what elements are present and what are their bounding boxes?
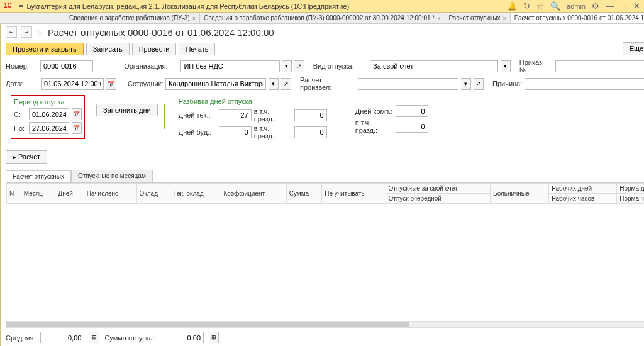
print-button[interactable]: Печать (179, 43, 215, 55)
post-button[interactable]: Провести (132, 43, 177, 55)
sub-tab-monthly[interactable]: Отпускные по месяцам (71, 170, 153, 182)
org-label: Организация: (124, 62, 178, 70)
col-workhours[interactable]: Рабочих часов (549, 194, 617, 204)
forward-button[interactable]: → (21, 26, 32, 38)
hol2-input[interactable] (294, 126, 327, 138)
col-workdays[interactable]: Рабочих дней (549, 184, 617, 194)
open-icon[interactable]: ↗ (294, 60, 304, 72)
maximize-icon[interactable]: ◻ (620, 1, 627, 11)
tab-1[interactable]: Сведения о заработке работников (ПУ-3) 0… (200, 13, 445, 23)
col-normhours[interactable]: Норма часов (617, 194, 644, 204)
dropdown-icon[interactable]: ▾ (269, 78, 279, 90)
post-close-button[interactable]: Провести и закрыть (6, 43, 84, 55)
org-input[interactable] (180, 60, 279, 72)
type-input[interactable] (370, 60, 498, 72)
order-input[interactable] (555, 60, 644, 72)
open-icon[interactable]: ↗ (281, 78, 291, 90)
tab-3[interactable]: Расчет отпускных 0000-0016 от 01.06.2024… (511, 13, 644, 23)
period-title: Период отпуска (14, 98, 82, 106)
app-header: 1C ≡ Бухгалтерия для Беларуси, редакция … (0, 0, 644, 13)
avg-label: Средняя: (6, 334, 35, 342)
breakdown-title: Разбивка дней отпуска (179, 98, 327, 105)
emp-label: Сотрудник: (128, 80, 163, 87)
hol3-input[interactable] (396, 121, 428, 133)
work-input[interactable] (219, 126, 252, 138)
from-input[interactable] (29, 108, 69, 120)
scroll-thumb[interactable] (6, 322, 409, 327)
col-month[interactable]: Месяц (21, 184, 55, 204)
breakdown-box: Разбивка дней отпуска Дней тек.: в т.ч. … (176, 95, 330, 144)
calendar-icon[interactable]: 📅 (72, 122, 82, 134)
dropdown-icon[interactable]: ▾ (282, 60, 292, 72)
history-icon[interactable]: ↻ (523, 1, 530, 11)
hol1-input[interactable] (294, 109, 327, 121)
cur-label: Дней тек.: (179, 111, 216, 119)
col-sick[interactable]: Больничные (491, 184, 549, 204)
col-own[interactable]: Отпускные за свой счет (386, 184, 490, 194)
fill-days-button[interactable]: Заполнить дни (96, 104, 158, 116)
calc-input[interactable] (358, 78, 458, 90)
date-input[interactable] (41, 78, 104, 90)
comp-input[interactable] (396, 105, 428, 117)
number-input[interactable] (40, 60, 93, 72)
col-exclude[interactable]: Не учитывать (322, 184, 386, 204)
to-input[interactable] (29, 122, 69, 134)
tab-0[interactable]: Сведения о заработке работников (ПУ-3)× (65, 13, 200, 23)
toolbar: Провести и закрыть Записать Провести Печ… (1, 40, 644, 57)
user-label[interactable]: admin (567, 3, 586, 10)
close-icon[interactable]: × (437, 15, 440, 21)
col-n[interactable]: N (7, 184, 21, 204)
hol1-label: в т.ч. празд.: (254, 108, 292, 123)
emp-input[interactable] (165, 78, 266, 90)
cur-input[interactable] (219, 109, 252, 121)
calendar-icon[interactable]: 📅 (106, 78, 116, 90)
sum-label: Сумма отпуска: (104, 334, 155, 342)
col-salary[interactable]: Оклад (136, 184, 170, 204)
minimize-icon[interactable]: — (606, 1, 614, 11)
close-icon[interactable]: × (192, 15, 196, 21)
calendar-icon[interactable]: 📅 (72, 108, 82, 120)
tab-2[interactable]: Расчет отпускных× (445, 13, 511, 23)
dropdown-icon[interactable]: ▾ (501, 60, 511, 72)
page-title: Расчет отпускных 0000-0016 от 01.06.2024… (48, 27, 274, 38)
close-icon[interactable]: ✕ (633, 1, 640, 11)
search-icon[interactable]: 🔍 (550, 1, 560, 11)
order-label: Приказ №: (519, 59, 553, 74)
footer: Средняя: ⊞ Сумма отпуска: ⊞ (1, 329, 644, 346)
col-coef[interactable]: Коэффициент (221, 184, 286, 204)
content-header: ← → ☆ Расчет отпускных 0000-0016 от 01.0… (1, 24, 644, 40)
close-icon[interactable]: × (502, 15, 506, 21)
avg-input[interactable] (40, 332, 84, 343)
col-annual[interactable]: Отпуск очередной (386, 194, 490, 204)
calc-icon[interactable]: ⊞ (89, 332, 99, 343)
to-label: По: (14, 125, 26, 132)
date-label: Дата: (6, 80, 38, 87)
logo-1c: 1C (4, 2, 15, 11)
star-icon[interactable]: ☆ (536, 1, 544, 11)
calc-icon[interactable]: ⊞ (209, 332, 219, 343)
comp-box: Дней комп.: в т.ч. празд.: (353, 103, 431, 138)
favorite-icon[interactable]: ☆ (36, 27, 44, 37)
open-icon[interactable]: ↗ (474, 78, 484, 90)
write-button[interactable]: Записать (86, 43, 130, 55)
reason-input[interactable] (525, 78, 644, 90)
col-accrued[interactable]: Начислено (84, 184, 136, 204)
table: N Месяц Дней Начислено Оклад Тек. оклад … (6, 182, 644, 320)
divider (164, 104, 165, 129)
col-days[interactable]: Дней (55, 184, 84, 204)
calc-button[interactable]: ▸ Расчет (6, 150, 47, 164)
settings-icon[interactable]: ⚙ (592, 1, 599, 11)
sub-tab-calc[interactable]: Расчет отпускных (6, 170, 71, 182)
col-sum[interactable]: Сумма (286, 184, 322, 204)
h-scrollbar[interactable]: ◀ ▶ (6, 321, 644, 328)
back-button[interactable]: ← (6, 26, 17, 38)
hol2-label: в т.ч. празд.: (254, 125, 292, 140)
more-button[interactable]: Еще ▾ (623, 42, 644, 55)
col-cur-salary[interactable]: Тек. оклад (170, 184, 221, 204)
menu-icon[interactable]: ≡ (19, 3, 23, 10)
reason-label: Причина: (492, 80, 522, 87)
col-normdays[interactable]: Норма дней (617, 184, 644, 194)
sum-input[interactable] (160, 332, 204, 343)
dropdown-icon[interactable]: ▾ (461, 78, 471, 90)
bell-icon[interactable]: 🔔 (507, 1, 517, 11)
